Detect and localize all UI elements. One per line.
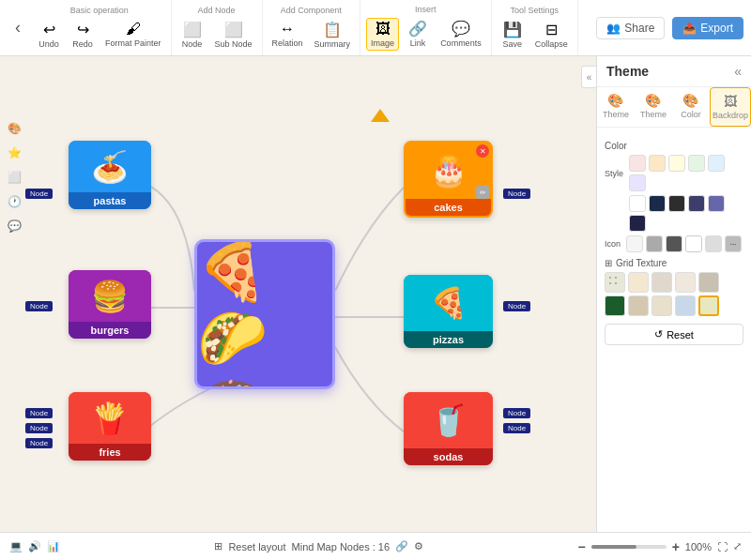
texture-swatch-dots[interactable]: [605, 272, 625, 293]
canvas[interactable]: Node Node Node Node Node Node Node Node …: [0, 56, 596, 532]
pizzas-node[interactable]: 🍕 pizzas: [404, 275, 493, 348]
cakes-edit-icon: ✏: [476, 186, 489, 199]
color-swatch-green[interactable]: [688, 155, 705, 172]
cakes-close-button[interactable]: ✕: [476, 144, 489, 158]
export-button[interactable]: 📤 Export: [672, 17, 743, 39]
panel-collapse-button[interactable]: «: [734, 64, 742, 79]
color-swatch-white[interactable]: [629, 195, 646, 212]
redo-button[interactable]: ↪ Redo: [68, 19, 98, 51]
color-swatch-lightgray2[interactable]: [705, 235, 722, 252]
toolbar-group-add-component: Add Component ↔ Relation 📋 Summary: [263, 0, 361, 55]
image-button[interactable]: 🖼 Image: [366, 18, 399, 51]
undo-button[interactable]: ↩ Undo: [34, 19, 64, 51]
node-badge-fries-left-3: Node: [25, 438, 53, 448]
texture-swatch-7[interactable]: [628, 295, 649, 316]
color-swatch-purple[interactable]: [629, 174, 646, 191]
save-button[interactable]: 💾 Save: [498, 19, 528, 51]
tab-theme-2[interactable]: 🎨 Theme: [635, 87, 672, 127]
texture-swatch-4[interactable]: [675, 272, 696, 293]
node-badge-pastas-left: Node: [25, 189, 53, 199]
node-button[interactable]: ⬜ Node: [177, 19, 207, 51]
texture-swatch-2[interactable]: [628, 272, 649, 293]
cakes-node[interactable]: ✕ ✏ 🎂 cakes: [404, 141, 493, 218]
status-icon-3[interactable]: 📊: [47, 540, 60, 552]
svg-point-1: [615, 277, 617, 279]
outline-icon[interactable]: ⬜: [4, 167, 24, 188]
toolbar-group-basic-label: Basic operation: [70, 6, 129, 15]
toolbar-group-insert-label: Insert: [415, 5, 437, 14]
zoom-minus-icon[interactable]: −: [577, 539, 585, 554]
fries-node[interactable]: 🍟 fries: [69, 392, 151, 461]
color-swatch-dark[interactable]: [668, 195, 685, 212]
texture-row-1: [605, 272, 743, 293]
feedback-icon[interactable]: 💬: [4, 216, 24, 236]
sub-node-button[interactable]: ⬜ Sub Node: [211, 19, 256, 51]
panel-title: Theme: [606, 64, 649, 79]
food-trip-center-node[interactable]: 🍔🍕🌮🍩 Food Trip: [194, 239, 335, 389]
sodas-node[interactable]: 🥤 sodas: [404, 392, 493, 465]
color-swatch-darkblue[interactable]: [649, 195, 666, 212]
color-swatch-peach[interactable]: [649, 155, 666, 172]
share-button[interactable]: 👥 Share: [596, 17, 665, 39]
color-swatch-lightgray[interactable]: [626, 235, 643, 252]
link-button[interactable]: 🔗 Link: [403, 18, 433, 51]
zoom-level-label: 100%: [685, 541, 712, 552]
tab-backdrop[interactable]: 🖼 Backdrop: [710, 87, 751, 127]
status-bar-right: − + 100% ⛶ ⤢: [577, 539, 742, 554]
zoom-plus-icon[interactable]: +: [672, 539, 680, 554]
format-painter-button[interactable]: 🖌 Format Painter: [101, 19, 165, 51]
texture-swatch-3[interactable]: [651, 272, 672, 293]
color-swatch-gray[interactable]: [646, 235, 663, 252]
expand-icon[interactable]: ⤢: [733, 540, 742, 552]
reset-layout-label[interactable]: Reset layout: [228, 541, 285, 552]
color-swatch-white2[interactable]: [685, 235, 702, 252]
burgers-label: burgers: [69, 322, 151, 339]
icon-icon[interactable]: ⭐: [4, 143, 24, 163]
texture-swatch-8[interactable]: [651, 295, 672, 316]
panel-tabs: 🎨 Theme 🎨 Theme 🎨 Color 🖼 Backdrop: [597, 87, 751, 128]
texture-swatch-9[interactable]: [675, 295, 696, 316]
history-icon[interactable]: 🕐: [4, 191, 24, 212]
color-swatch-blue[interactable]: [708, 155, 725, 172]
relation-button[interactable]: ↔ Relation: [268, 19, 307, 51]
fullscreen-icon[interactable]: ⛶: [717, 541, 728, 552]
status-icon-2[interactable]: 🔊: [28, 540, 41, 552]
node-badge-cakes-right: Node: [503, 189, 530, 199]
tab-theme-1[interactable]: 🎨 Theme: [597, 87, 635, 127]
color-swatch-yellow[interactable]: [668, 155, 685, 172]
grid-texture-label: ⊞ Grid Texture: [605, 258, 743, 268]
texture-swatch-selected[interactable]: [698, 295, 719, 316]
texture-swatch-green[interactable]: [605, 295, 625, 316]
collapse-button[interactable]: ⊟ Collapse: [531, 19, 572, 51]
status-icon-1[interactable]: 💻: [9, 540, 23, 552]
toolbar-group-insert: Insert 🖼 Image 🔗 Link 💬 Comments: [360, 0, 492, 55]
pastas-node[interactable]: 🍝 pastas: [69, 141, 151, 209]
color-swatch-more[interactable]: ···: [725, 235, 742, 252]
color-swatch-navy[interactable]: [629, 215, 646, 232]
panel-content: Color Style Style: [597, 128, 751, 532]
sodas-label: sodas: [404, 448, 493, 465]
texture-swatch-5[interactable]: [698, 272, 719, 293]
panel-toggle-button[interactable]: «: [581, 66, 596, 88]
color-swatch-indigo[interactable]: [688, 195, 705, 212]
link-icon[interactable]: 🔗: [395, 540, 408, 552]
comments-button[interactable]: 💬 Comments: [437, 18, 485, 51]
summary-button[interactable]: 📋 Summary: [311, 19, 355, 51]
export-icon: 📤: [682, 22, 697, 35]
svg-point-0: [609, 277, 611, 279]
node-badge-fries-left-2: Node: [25, 423, 53, 433]
arrow-indicator: [371, 109, 390, 122]
node-badge-fries-left-1: Node: [25, 408, 53, 418]
back-button[interactable]: ‹: [8, 14, 28, 41]
burgers-node[interactable]: 🍔 burgers: [69, 270, 151, 339]
panel-header: Theme «: [597, 56, 751, 87]
style-icon[interactable]: 🎨: [4, 118, 24, 139]
tab-color-icon: 🎨: [682, 93, 698, 108]
tab-color[interactable]: 🎨 Color: [672, 87, 710, 127]
color-swatch-medgray[interactable]: [666, 235, 682, 252]
color-swatch-pink[interactable]: [629, 155, 646, 172]
reset-button[interactable]: ↺ Reset: [605, 324, 743, 345]
tab-backdrop-label: Backdrop: [713, 111, 748, 120]
settings-icon[interactable]: ⚙: [414, 540, 423, 552]
color-swatch-medblue[interactable]: [708, 195, 725, 212]
